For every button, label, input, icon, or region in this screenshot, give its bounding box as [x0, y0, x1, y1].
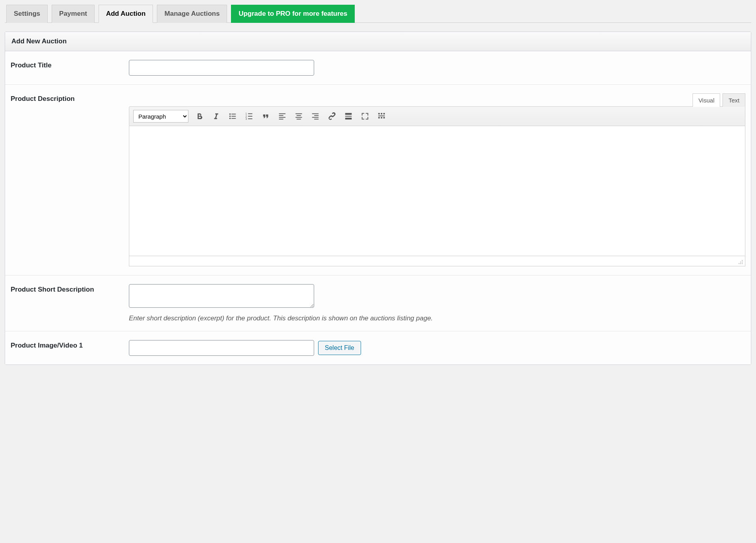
link-icon[interactable] [326, 111, 337, 122]
svg-rect-19 [297, 119, 301, 119]
editor-status-bar [129, 256, 745, 266]
svg-rect-31 [378, 117, 380, 119]
product-image-video-label: Product Image/Video 1 [11, 340, 129, 350]
svg-point-34 [742, 263, 743, 264]
italic-icon[interactable] [210, 111, 222, 122]
svg-rect-24 [345, 113, 352, 115]
add-auction-panel: Add New Auction Product Title Product De… [5, 32, 751, 365]
product-title-input[interactable] [129, 60, 314, 76]
product-short-description-input[interactable] [129, 284, 314, 308]
svg-rect-18 [296, 117, 302, 118]
product-title-label: Product Title [11, 60, 129, 69]
svg-rect-16 [296, 113, 302, 114]
tab-bar: Settings Payment Add Auction Manage Auct… [5, 5, 751, 23]
editor-tab-visual[interactable]: Visual [693, 93, 721, 107]
editor-tab-text[interactable]: Text [722, 93, 745, 107]
svg-rect-28 [381, 113, 382, 115]
product-image-video-input[interactable] [129, 340, 314, 356]
svg-point-38 [740, 262, 741, 262]
svg-rect-20 [312, 113, 319, 114]
svg-rect-15 [279, 119, 283, 119]
svg-rect-17 [297, 115, 301, 116]
product-short-description-row: Product Short Description Enter short de… [5, 275, 751, 331]
svg-rect-29 [384, 113, 385, 115]
align-left-icon[interactable] [277, 111, 288, 122]
align-right-icon[interactable] [310, 111, 321, 122]
svg-point-0 [229, 113, 231, 115]
svg-rect-27 [378, 113, 380, 115]
svg-rect-12 [279, 113, 286, 114]
format-select[interactable]: Paragraph [133, 110, 188, 123]
svg-text:3: 3 [246, 117, 247, 120]
svg-rect-25 [345, 116, 352, 117]
product-description-label: Product Description [11, 93, 129, 103]
numbered-list-icon[interactable]: 123 [244, 111, 255, 122]
tab-settings[interactable]: Settings [6, 5, 48, 23]
svg-rect-10 [248, 116, 252, 117]
tab-payment[interactable]: Payment [52, 5, 95, 23]
tab-upgrade-pro[interactable]: Upgrade to PRO for more features [231, 5, 355, 23]
svg-rect-9 [248, 113, 252, 114]
select-file-button[interactable]: Select File [318, 341, 361, 355]
editor-content-area[interactable] [129, 126, 745, 256]
svg-rect-22 [312, 117, 319, 118]
svg-point-37 [739, 263, 739, 264]
svg-rect-5 [231, 118, 236, 119]
svg-rect-33 [384, 117, 385, 119]
resize-handle-icon[interactable] [738, 260, 744, 265]
svg-rect-26 [345, 118, 352, 120]
svg-rect-21 [314, 115, 318, 116]
svg-rect-14 [279, 117, 286, 118]
svg-rect-3 [231, 114, 236, 115]
fullscreen-icon[interactable] [359, 111, 371, 122]
read-more-icon[interactable] [343, 111, 354, 122]
svg-rect-32 [381, 117, 382, 119]
product-short-description-label: Product Short Description [11, 284, 129, 294]
tab-add-auction[interactable]: Add Auction [99, 5, 153, 23]
panel-title: Add New Auction [5, 32, 751, 51]
product-title-row: Product Title [5, 51, 751, 85]
toolbar-toggle-icon[interactable] [376, 111, 387, 122]
product-image-video-row: Product Image/Video 1 Select File [5, 331, 751, 364]
svg-point-2 [229, 118, 231, 119]
svg-rect-30 [378, 115, 385, 116]
svg-point-39 [742, 260, 743, 261]
svg-point-35 [740, 263, 741, 264]
tab-manage-auctions[interactable]: Manage Auctions [157, 5, 227, 23]
svg-rect-11 [248, 119, 252, 119]
product-description-row: Product Description Visual Text Paragrap… [5, 85, 751, 275]
svg-rect-13 [279, 115, 283, 116]
editor-toolbar: Paragraph 123 [129, 106, 745, 126]
svg-rect-23 [314, 119, 318, 119]
short-description-help: Enter short description (excerpt) for th… [129, 314, 745, 322]
align-center-icon[interactable] [293, 111, 304, 122]
svg-point-36 [742, 262, 743, 262]
rich-text-editor: Visual Text Paragraph 123 [129, 93, 745, 266]
bold-icon[interactable] [194, 111, 205, 122]
svg-rect-4 [231, 116, 236, 117]
svg-point-1 [229, 115, 231, 117]
bullet-list-icon[interactable] [227, 111, 238, 122]
blockquote-icon[interactable] [260, 111, 271, 122]
